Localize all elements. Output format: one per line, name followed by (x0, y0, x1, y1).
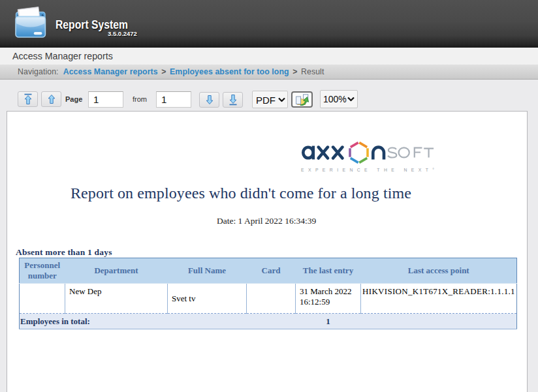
svg-text:EXPERIENCE THE NEXT°: EXPERIENCE THE NEXT° (301, 168, 434, 172)
